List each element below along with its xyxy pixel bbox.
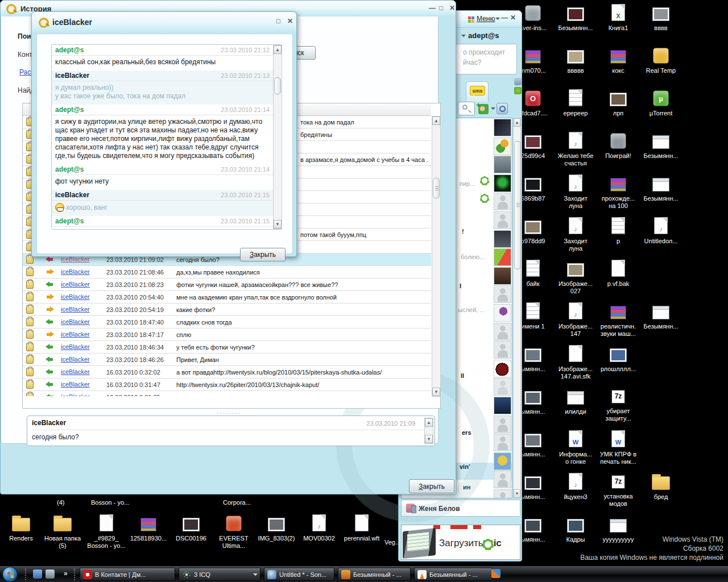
desktop-icon[interactable]: Изображе... 147.avi.sfk xyxy=(555,344,597,380)
desktop-icon[interactable]: 125818930... xyxy=(127,513,169,542)
search-input[interactable] xyxy=(458,102,475,115)
desktop-icon[interactable]: вввв xyxy=(640,3,682,32)
close-button[interactable]: ✕ xyxy=(510,14,516,22)
desktop-icon[interactable]: Безымянн... xyxy=(640,301,682,330)
scroll-down-button[interactable]: ▼ xyxy=(274,220,282,228)
desktop-icon[interactable]: ♪Заходит луна xyxy=(555,216,597,252)
minimize-button[interactable]: — xyxy=(429,4,436,12)
start-button[interactable] xyxy=(2,567,18,582)
desktop-icon[interactable]: Новая папка (5) xyxy=(42,513,84,550)
desktop-icon[interactable]: ♪Желаю тебе счастья xyxy=(555,131,597,167)
desktop-icon[interactable]: Безымянн... xyxy=(555,3,597,32)
desktop-icon[interactable]: ♪йцукен3 xyxy=(555,472,597,501)
desktop-icon[interactable]: ♪Изображе... 147 xyxy=(555,301,597,338)
desktop-icon[interactable]: прохожде... на 100 xyxy=(597,173,639,210)
taskbar-button[interactable]: Untitled * - Son... xyxy=(264,568,334,581)
history-table-row[interactable]: iceBlacker23.03.2010 18:47:40сладких сно… xyxy=(23,316,431,329)
profile-dropdown-icon[interactable] xyxy=(461,35,466,39)
history-table-row[interactable]: iceBlacker23.03.2010 18:47:17сплю xyxy=(23,329,431,341)
desktop-icon[interactable]: EVEREST Ultima... xyxy=(213,513,255,550)
avatar-placeholder[interactable] xyxy=(494,119,511,136)
scroll-up-button[interactable]: ▲ xyxy=(425,418,433,427)
desktop-icon[interactable]: ввввв xyxy=(555,45,597,74)
avatar[interactable] xyxy=(494,360,511,377)
desktop-icon[interactable]: p.vf.bak xyxy=(597,259,639,288)
history-table-row[interactable]: iceBlacker23.03.2010 18:46:34у тебя есть… xyxy=(23,341,431,354)
taskbar-button[interactable]: Безымянный - ... xyxy=(414,568,493,581)
table-scrollbar[interactable]: ▲ ▼ xyxy=(432,116,441,397)
avatar-placeholder[interactable] xyxy=(494,489,511,498)
tab-sms[interactable]: sms xyxy=(466,81,489,102)
find-contact-button[interactable] xyxy=(497,103,508,114)
history-table-row[interactable]: iceBlacker23.03.2010 21:08:23фотки чугун… xyxy=(23,278,431,291)
scrollbar-thumb[interactable] xyxy=(514,141,521,269)
avatar-placeholder[interactable] xyxy=(494,230,511,248)
avatar[interactable] xyxy=(494,138,511,155)
avatar-placeholder[interactable] xyxy=(494,156,511,173)
minimize-button[interactable]: — xyxy=(501,14,508,22)
avatar-placeholder[interactable] xyxy=(494,267,511,285)
close-button[interactable]: ✕ xyxy=(449,4,455,12)
contact-scrollbar[interactable]: ▲ ▼ xyxy=(513,118,521,498)
add-contact-dropdown-icon[interactable] xyxy=(491,107,495,112)
contact-link[interactable]: iceBlacker xyxy=(61,393,90,396)
contact-name-fragment[interactable]: l xyxy=(460,282,461,289)
desktop-icon[interactable]: ♪Untitledол... xyxy=(640,216,682,245)
avatar[interactable] xyxy=(494,452,511,470)
contact-link[interactable]: iceBlacker xyxy=(61,331,90,338)
taskbar-button[interactable]: Безымянный - ... xyxy=(338,568,411,581)
history-close-button[interactable]: Закрыть xyxy=(409,479,454,493)
desktop-icon[interactable]: Безымянн... xyxy=(640,131,682,160)
contact-link[interactable]: iceBlacker xyxy=(61,368,90,375)
quicklaunch-more-button[interactable]: » xyxy=(64,569,68,577)
avatar-placeholder[interactable] xyxy=(494,341,511,359)
avatar[interactable] xyxy=(494,304,511,322)
desktop-icon[interactable]: лрп xyxy=(597,88,639,117)
popup-scrollbar[interactable]: ▲ ▼ xyxy=(273,45,282,229)
desktop-icon[interactable]: p xyxy=(597,216,639,245)
desktop-icon[interactable]: Безымянн... xyxy=(640,173,682,202)
history-table-row[interactable]: iceBlacker23.03.2010 20:54:40мне на акад… xyxy=(23,291,431,304)
scroll-down-button[interactable]: ▼ xyxy=(432,388,440,396)
desktop-icon[interactable]: 7zубирает защиту... xyxy=(597,386,639,422)
profile-name[interactable]: adept@s xyxy=(468,31,499,40)
desktop-icon[interactable]: IMG_8303(2) xyxy=(255,513,297,542)
avatar-placeholder[interactable] xyxy=(494,415,511,433)
taskbar-button[interactable]: 3 ICQ xyxy=(179,568,260,581)
contacts-view-icon[interactable] xyxy=(514,78,522,85)
desktop-icon[interactable]: Изображе... 027 xyxy=(555,259,597,295)
avatar-placeholder[interactable] xyxy=(494,211,511,229)
avatar-placeholder[interactable] xyxy=(494,471,511,488)
wmp-logo-icon[interactable] xyxy=(491,569,500,578)
scroll-down-button[interactable]: ▼ xyxy=(425,435,433,443)
desktop-icon[interactable]: кокс xyxy=(597,45,639,74)
desktop-icon[interactable]: 7zустановка модов xyxy=(597,472,639,508)
history-table-row[interactable]: iceBlacker16.03.2010 0:31:35ща xyxy=(23,391,431,396)
quicklaunch-switcher-icon[interactable] xyxy=(33,569,42,579)
group-dropdown-icon[interactable] xyxy=(253,573,258,578)
history-table-row[interactable]: iceBlacker23.03.2010 21:08:46да,хз,мы пр… xyxy=(23,266,431,278)
contact-name-fragment[interactable]: ! xyxy=(462,228,464,235)
desktop-icon[interactable]: XКнига1 xyxy=(597,3,639,32)
desktop-icon[interactable]: Renders xyxy=(0,513,42,542)
ad-banner[interactable]: Загрузитьic xyxy=(401,525,520,560)
history-table-row[interactable]: iceBlacker16.03.2010 0:31:47http://twent… xyxy=(23,379,431,391)
quicklaunch-showdesktop-icon[interactable] xyxy=(46,569,55,579)
desktop-icon[interactable]: µµTorrent xyxy=(640,88,682,117)
contact-link[interactable]: iceBlacker xyxy=(61,268,90,275)
avatar-placeholder[interactable] xyxy=(494,378,511,396)
avatar[interactable] xyxy=(494,248,511,266)
maximize-button[interactable]: □ xyxy=(276,17,280,25)
avatar-placeholder[interactable] xyxy=(494,285,511,303)
avatar-placeholder[interactable] xyxy=(494,397,511,414)
icq-status-icon[interactable] xyxy=(514,87,522,94)
contact-link[interactable]: iceBlacker xyxy=(61,281,90,288)
desktop-icon[interactable]: WУМК КПРФ в печать ник... xyxy=(597,429,639,465)
preview-scrollbar[interactable]: ▲ ▼ xyxy=(424,418,433,444)
icq-menu-button[interactable]: Меню xyxy=(477,15,495,23)
scrollbar-thumb[interactable] xyxy=(274,77,281,94)
contact-name-fragment[interactable]: ll xyxy=(461,372,464,379)
desktop-icon[interactable]: DSC00196 xyxy=(170,513,212,542)
scroll-up-button[interactable]: ▲ xyxy=(274,45,282,54)
contact-name-fragment[interactable]: болею... xyxy=(461,253,485,260)
